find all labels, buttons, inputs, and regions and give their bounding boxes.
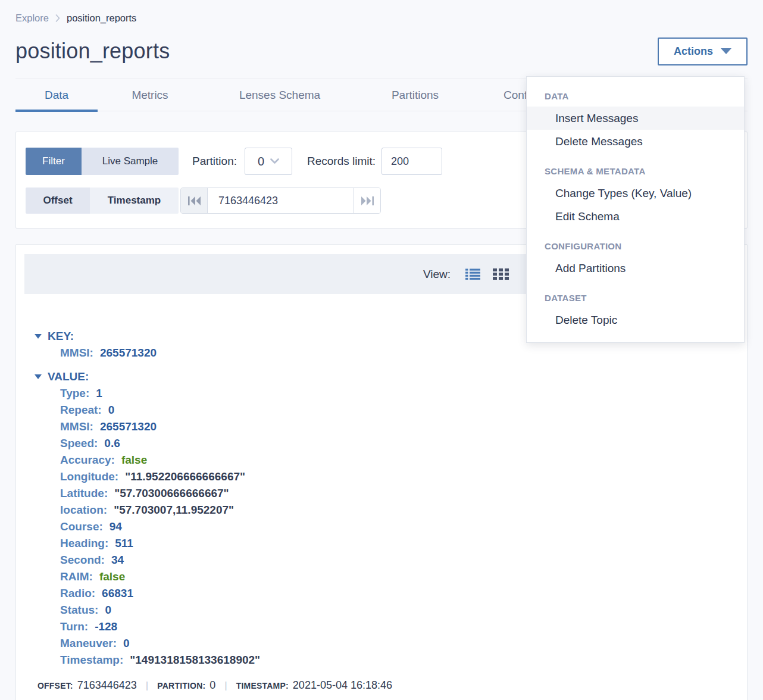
field-row: Latitude:"57.70300666666667" bbox=[60, 485, 739, 502]
grid-view-icon bbox=[493, 268, 509, 280]
field-name: Accuracy: bbox=[60, 454, 115, 467]
field-name: Timestamp: bbox=[60, 654, 123, 667]
field-name: Turn: bbox=[60, 620, 88, 633]
field-name: Latitude: bbox=[60, 487, 108, 500]
breadcrumb-explore-link[interactable]: Explore bbox=[15, 12, 49, 24]
separator: | bbox=[146, 680, 148, 692]
field-name: Type: bbox=[60, 387, 89, 400]
field-value: "57.70300666666667" bbox=[114, 487, 229, 500]
chevron-right-icon bbox=[55, 14, 60, 22]
field-name: Course: bbox=[60, 520, 103, 533]
records-limit-input[interactable] bbox=[382, 148, 442, 175]
caret-down-icon bbox=[35, 334, 42, 339]
field-value: false bbox=[99, 570, 125, 583]
partition-select[interactable]: 0 bbox=[245, 148, 292, 175]
skip-to-end-icon bbox=[361, 196, 374, 205]
field-value: "1491318158133618902" bbox=[130, 654, 260, 667]
breadcrumb-current: position_reports bbox=[67, 12, 136, 24]
field-row: MMSI:265571320 bbox=[60, 418, 739, 435]
field-row: Radio:66831 bbox=[60, 585, 739, 602]
menu-item-delete-topic[interactable]: Delete Topic bbox=[527, 308, 744, 332]
partition-meta-value: 0 bbox=[209, 679, 215, 692]
actions-button[interactable]: Actions bbox=[658, 38, 748, 65]
field-value: -128 bbox=[95, 620, 117, 633]
view-label: View: bbox=[423, 268, 451, 281]
field-value: 34 bbox=[111, 554, 124, 567]
field-value: 1 bbox=[96, 387, 102, 400]
menu-section-header-data: DATA bbox=[527, 90, 744, 102]
offset-input[interactable] bbox=[208, 188, 354, 213]
tab-lenses-schema[interactable]: Lenses Schema bbox=[202, 79, 357, 111]
live-sample-toggle-button[interactable]: Live Sample bbox=[82, 148, 179, 175]
field-value: 511 bbox=[115, 537, 133, 550]
timestamp-toggle-button[interactable]: Timestamp bbox=[90, 188, 179, 214]
field-row: MMSI: 265571320 bbox=[60, 345, 739, 361]
caret-down-icon bbox=[721, 48, 731, 54]
field-name: Repeat: bbox=[60, 404, 102, 417]
field-value: false bbox=[121, 454, 147, 467]
partition-meta-label: PARTITION: bbox=[157, 681, 205, 690]
menu-section-header-schema-metadata: SCHEMA & METADATA bbox=[527, 165, 744, 177]
offset-toggle-button[interactable]: Offset bbox=[26, 188, 90, 214]
timestamp-meta-value: 2021-05-04 16:18:46 bbox=[293, 679, 392, 692]
field-value: "57.703007,11.952207" bbox=[114, 504, 234, 517]
offset-meta-value: 7163446423 bbox=[77, 679, 137, 692]
field-value: 0.6 bbox=[104, 437, 120, 450]
skip-to-end-button[interactable] bbox=[354, 188, 380, 213]
menu-item-delete-messages[interactable]: Delete Messages bbox=[527, 130, 744, 153]
offset-navigator bbox=[180, 188, 381, 214]
list-view-button[interactable] bbox=[465, 268, 480, 280]
menu-item-add-partitions[interactable]: Add Partitions bbox=[527, 257, 744, 280]
chevron-down-icon bbox=[270, 158, 279, 164]
field-row: RAIM:false bbox=[60, 568, 739, 585]
field-row: Longitude:"11.952206666666667" bbox=[60, 468, 739, 485]
value-group: VALUE: Type:1 Repeat:0 MMSI:265571320 Sp… bbox=[35, 368, 739, 668]
value-header[interactable]: VALUE: bbox=[35, 368, 739, 385]
title-row: position_reports Actions bbox=[15, 37, 748, 65]
field-value: 0 bbox=[108, 404, 115, 417]
menu-section-header-configuration: CONFIGURATION bbox=[527, 240, 744, 252]
menu-item-insert-messages[interactable]: Insert Messages bbox=[527, 107, 744, 130]
field-name: RAIM: bbox=[60, 570, 93, 583]
field-value: "11.952206666666667" bbox=[125, 470, 245, 483]
tab-partitions[interactable]: Partitions bbox=[357, 79, 473, 111]
tab-data[interactable]: Data bbox=[15, 79, 98, 111]
field-value: 94 bbox=[110, 520, 122, 533]
value-header-label: VALUE: bbox=[48, 370, 89, 383]
field-name: Second: bbox=[60, 554, 105, 567]
field-value: 0 bbox=[105, 604, 111, 617]
field-row: Heading:511 bbox=[60, 535, 739, 552]
field-name: Maneuver: bbox=[60, 637, 117, 650]
menu-item-change-types[interactable]: Change Types (Key, Value) bbox=[527, 182, 744, 205]
field-name: Radio: bbox=[60, 587, 95, 600]
grid-view-button[interactable] bbox=[493, 268, 509, 280]
field-name: Status: bbox=[60, 604, 98, 617]
field-value: 0 bbox=[123, 637, 130, 650]
field-value: 66831 bbox=[102, 587, 133, 600]
field-name: MMSI: bbox=[60, 420, 93, 433]
partition-select-value: 0 bbox=[258, 155, 264, 168]
caret-down-icon bbox=[35, 374, 42, 379]
value-fields: Type:1 Repeat:0 MMSI:265571320 Speed:0.6… bbox=[35, 385, 739, 668]
records-limit-label: Records limit: bbox=[307, 155, 376, 168]
field-row: Turn:-128 bbox=[60, 618, 739, 635]
skip-to-start-button[interactable] bbox=[181, 188, 208, 213]
field-row: Course:94 bbox=[60, 518, 739, 535]
filter-toggle-button[interactable]: Filter bbox=[26, 148, 82, 175]
field-name: location: bbox=[60, 504, 107, 517]
page-title: position_reports bbox=[15, 39, 170, 64]
offset-meta-label: OFFSET: bbox=[37, 681, 73, 690]
field-row: Repeat:0 bbox=[60, 402, 739, 418]
view-switcher: View: bbox=[423, 254, 509, 294]
menu-item-edit-schema[interactable]: Edit Schema bbox=[527, 205, 744, 228]
actions-button-label: Actions bbox=[674, 45, 713, 58]
field-row: Type:1 bbox=[60, 385, 739, 402]
key-header-label: KEY: bbox=[48, 330, 74, 343]
partition-label: Partition: bbox=[192, 155, 237, 168]
list-view-icon bbox=[465, 268, 480, 280]
field-name: Speed: bbox=[60, 437, 98, 450]
tab-metrics[interactable]: Metrics bbox=[98, 79, 202, 111]
field-name: Heading: bbox=[60, 537, 108, 550]
field-row: Accuracy:false bbox=[60, 452, 739, 468]
breadcrumb: Explore position_reports bbox=[15, 0, 748, 24]
